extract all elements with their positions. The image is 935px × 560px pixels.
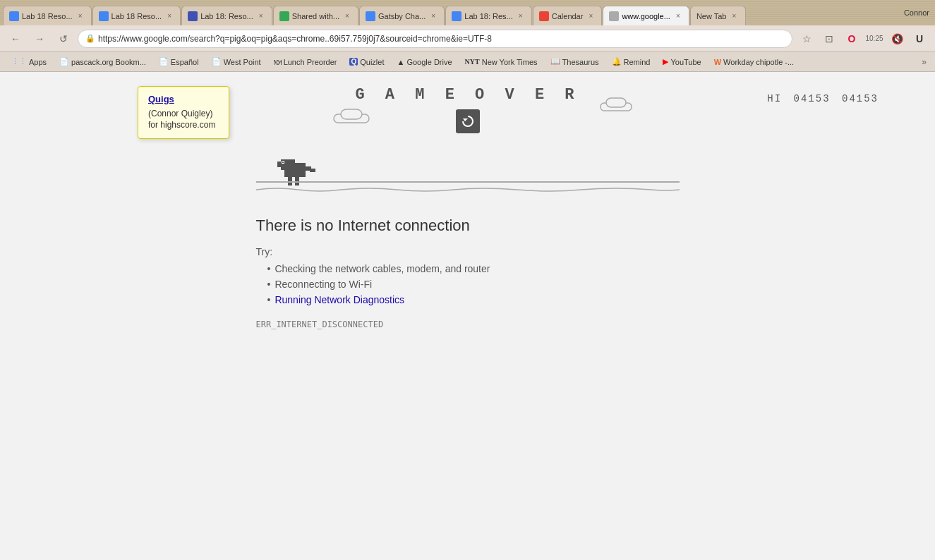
error-code: ERR_INTERNET_DISCONNECTED bbox=[256, 319, 680, 329]
espanol-icon: 📄 bbox=[159, 57, 169, 66]
tab-icon-3 bbox=[188, 11, 198, 21]
high-score-display: HI 04153 04153 bbox=[767, 93, 879, 104]
tab-close-5[interactable]: × bbox=[428, 11, 438, 21]
bookmark-espanol[interactable]: 📄 Español bbox=[153, 56, 205, 68]
tooltip-line1: (Connor Quigley) bbox=[148, 109, 219, 118]
error-content: There is no Internet connection Try: Che… bbox=[256, 217, 680, 329]
tab-icon-6 bbox=[452, 11, 462, 21]
game-area: G A M E O V E R bbox=[256, 86, 680, 195]
suggestion-wifi: Reconnecting to Wi-Fi bbox=[267, 279, 680, 290]
svg-rect-3 bbox=[606, 98, 626, 107]
tab-close-4[interactable]: × bbox=[342, 11, 352, 21]
tab-close-8[interactable]: × bbox=[673, 11, 683, 21]
tab-label-1: Lab 18 Reso... bbox=[22, 12, 73, 20]
forward-button[interactable]: → bbox=[30, 29, 49, 49]
bookmark-label-workday: Workday chipotle -... bbox=[723, 58, 794, 66]
restart-button[interactable] bbox=[456, 109, 480, 133]
url-bar[interactable]: 🔒 https://www.google.com/search?q=pig&oq… bbox=[78, 30, 792, 48]
opera-button[interactable]: O bbox=[842, 29, 862, 49]
hi-label: HI bbox=[767, 93, 782, 104]
user-badge: Connor bbox=[904, 8, 929, 17]
drive-icon: ▲ bbox=[397, 58, 404, 66]
hi-score: 04153 bbox=[794, 93, 831, 104]
tab-shared[interactable]: Shared with... × bbox=[273, 6, 358, 25]
svg-rect-1 bbox=[341, 109, 362, 119]
westpoint-icon: 📄 bbox=[212, 57, 222, 66]
tab-close-3[interactable]: × bbox=[256, 11, 266, 21]
lunch-icon: 🍽 bbox=[274, 58, 282, 66]
quizlet-icon: Q bbox=[349, 58, 358, 66]
bookmark-lunch[interactable]: 🍽 Lunch Preorder bbox=[268, 56, 343, 68]
tooltip-popup: Quigs (Connor Quigley) for highscore.com bbox=[138, 86, 229, 139]
suggestions-list: Checking the network cables, modem, and … bbox=[267, 263, 680, 305]
bookmark-thesaurus[interactable]: 📖 Thesaurus bbox=[545, 56, 605, 68]
bookmark-youtube[interactable]: ▶ YouTube bbox=[657, 56, 706, 68]
tab-close-1[interactable]: × bbox=[76, 11, 85, 21]
tab-close-2[interactable]: × bbox=[164, 11, 174, 21]
bookmark-nyt[interactable]: NYT New York Times bbox=[459, 56, 543, 68]
tab-google-active[interactable]: www.google... × bbox=[603, 6, 689, 25]
suggestion-text-cables: Checking the network cables, modem, and … bbox=[275, 263, 490, 274]
url-text: https://www.google.com/search?q=pig&oq=p… bbox=[98, 34, 492, 44]
tab-icon-8 bbox=[609, 11, 619, 21]
tab-lab18-1[interactable]: Lab 18 Reso... × bbox=[3, 6, 92, 25]
tab-lab18-3[interactable]: Lab 18: Reso... × bbox=[181, 6, 272, 25]
diagnostics-link[interactable]: Running Network Diagnostics bbox=[275, 294, 404, 305]
bookmark-workday[interactable]: W Workday chipotle -... bbox=[708, 56, 800, 68]
tab-gatsby[interactable]: Gatsby Cha... × bbox=[359, 6, 445, 25]
bookmark-drive[interactable]: ▲ Google Drive bbox=[391, 56, 457, 68]
tab-label-8: www.google... bbox=[622, 12, 670, 20]
svg-rect-14 bbox=[286, 169, 293, 171]
bookmark-pascack[interactable]: 📄 pascack.org Bookm... bbox=[54, 56, 152, 68]
user-profile-button[interactable]: U bbox=[910, 29, 929, 49]
bookmark-label-thesaurus: Thesaurus bbox=[562, 58, 599, 66]
bookmark-label-westpoint: West Point bbox=[224, 58, 261, 66]
ground-line bbox=[256, 181, 680, 195]
workday-icon: W bbox=[714, 58, 721, 66]
reload-button[interactable]: ↺ bbox=[54, 29, 73, 49]
svg-marker-4 bbox=[463, 118, 468, 121]
cloud-right bbox=[595, 97, 637, 115]
tooltip-line2: for highscore.com bbox=[148, 120, 219, 130]
tab-close-7[interactable]: × bbox=[586, 11, 596, 21]
current-score: 04153 bbox=[842, 93, 879, 104]
tab-icon-5 bbox=[366, 11, 375, 21]
tab-label-6: Lab 18: Res... bbox=[464, 12, 513, 20]
back-button[interactable]: ← bbox=[6, 29, 25, 49]
tab-close-9[interactable]: × bbox=[730, 11, 740, 21]
svg-rect-13 bbox=[310, 169, 315, 172]
tab-label-9: New Tab bbox=[696, 12, 727, 20]
lock-icon: 🔒 bbox=[85, 34, 95, 43]
bookmark-label-espanol: Español bbox=[171, 58, 199, 66]
bookmark-quizlet[interactable]: Q Quizlet bbox=[344, 56, 390, 68]
bookmark-label-apps: Apps bbox=[29, 58, 47, 66]
bookmark-label-drive: Google Drive bbox=[406, 58, 452, 66]
bookmark-apps[interactable]: ⋮⋮ Apps bbox=[6, 56, 52, 68]
bookmarks-more-button[interactable]: » bbox=[919, 56, 929, 68]
tab-label-4: Shared with... bbox=[292, 12, 339, 20]
mute-button[interactable]: 🔇 bbox=[887, 29, 907, 49]
nyt-icon: NYT bbox=[465, 58, 480, 66]
cast-button[interactable]: ⊡ bbox=[819, 29, 839, 49]
bookmark-remind[interactable]: 🔔 Remind bbox=[606, 56, 656, 68]
tab-close-6[interactable]: × bbox=[516, 11, 526, 21]
tab-icon-4 bbox=[279, 11, 289, 21]
bookmark-westpoint[interactable]: 📄 West Point bbox=[206, 56, 267, 68]
remind-icon: 🔔 bbox=[612, 57, 622, 66]
bookmark-label-remind: Remind bbox=[624, 58, 651, 66]
tab-lab18-6[interactable]: Lab 18: Res... × bbox=[445, 6, 532, 25]
suggestion-cables: Checking the network cables, modem, and … bbox=[267, 263, 680, 274]
game-over-text: G A M E O V E R bbox=[355, 86, 579, 104]
toolbar-icons: ☆ ⊡ O 10:25 🔇 U bbox=[797, 29, 929, 49]
tab-lab18-2[interactable]: Lab 18 Reso... × bbox=[92, 6, 181, 25]
tab-calendar[interactable]: Calendar × bbox=[533, 6, 603, 25]
bookmark-star-button[interactable]: ☆ bbox=[797, 29, 816, 49]
bookmark-label-youtube: YouTube bbox=[670, 58, 701, 66]
tab-label-7: Calendar bbox=[552, 12, 584, 20]
dinosaur-scene bbox=[256, 139, 680, 195]
tab-label-3: Lab 18: Reso... bbox=[200, 12, 253, 20]
tooltip-title[interactable]: Quigs bbox=[148, 94, 219, 104]
tab-new-tab[interactable]: New Tab × bbox=[690, 6, 746, 25]
suggestion-text-wifi: Reconnecting to Wi-Fi bbox=[275, 279, 372, 290]
tab-label-5: Gatsby Cha... bbox=[378, 12, 426, 20]
